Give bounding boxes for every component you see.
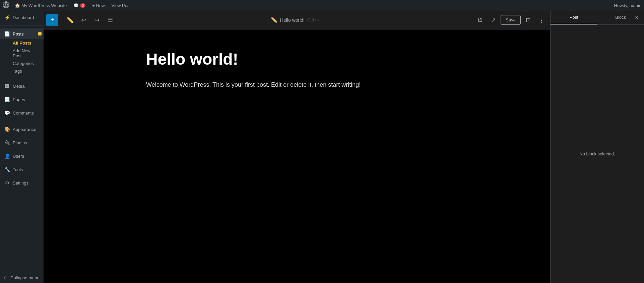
sidebar-item-pages[interactable]: 📃 Pages — [0, 94, 44, 105]
sidebar-section-plugins: 🔌 Plugins — [0, 136, 44, 149]
desktop-icon: 🖥 — [477, 16, 483, 23]
sidebar-section-media: 🖼 Media — [0, 79, 44, 93]
sidebar-divider-2 — [0, 78, 44, 78]
toolbar-center: ✏️ Hello world! Ctrl+K — [118, 17, 472, 23]
post-content-area: Hello world! Welcome to WordPress. This … — [146, 50, 448, 263]
tools-icon: 🔧 — [4, 167, 10, 172]
site-name-link[interactable]: 🏠 My WordPress Website — [12, 0, 69, 11]
sidebar-sub-all-posts[interactable]: All Posts — [0, 39, 44, 47]
toolbar-right: 🖥 ↗ Save ⊡ ⋮ — [474, 14, 548, 26]
sidebar-item-posts[interactable]: 📄 Posts — [0, 28, 44, 39]
admin-bar-right: Howdy, admin — [614, 3, 641, 8]
editor-toolbar: + ✏️ ↩ ↪ ☰ ✏️ Hello world! Ctrl+K — [44, 11, 550, 29]
sidebar-section-posts: 📄 Posts All Posts Add New Post Categorie… — [0, 27, 44, 76]
undo-button[interactable]: ↩ — [77, 14, 89, 26]
sidebar-divider-1 — [0, 25, 44, 26]
pages-icon: 📃 — [4, 97, 10, 102]
sidebar-item-appearance[interactable]: 🎨 Appearance — [0, 124, 44, 135]
comments-link[interactable]: 💬 0 — [71, 0, 88, 11]
plugins-icon: 🔌 — [4, 140, 10, 145]
view-button[interactable]: ↗ — [487, 14, 499, 26]
dashboard-icon: ⚡ — [4, 15, 10, 20]
pencil-icon: ✏️ — [66, 16, 74, 24]
settings-panel-button[interactable]: ⊡ — [522, 14, 534, 26]
sidebar-item-users[interactable]: 👤 Users — [0, 151, 44, 161]
howdy-text[interactable]: Howdy, admin — [614, 3, 641, 8]
no-block-message: No block selected. — [579, 151, 615, 156]
redo-button[interactable]: ↪ — [91, 14, 103, 26]
settings-panel-icon: ⊡ — [526, 16, 531, 24]
editor-area: + ✏️ ↩ ↪ ☰ ✏️ Hello world! Ctrl+K — [44, 11, 550, 283]
sidebar-item-media[interactable]: 🖼 Media — [0, 81, 44, 91]
admin-bar: 🏠 My WordPress Website 💬 0 + New View Po… — [0, 0, 644, 11]
list-view-button[interactable]: ☰ — [104, 14, 116, 26]
save-button[interactable]: Save — [501, 15, 521, 25]
sidebar-section-users: 👤 Users — [0, 149, 44, 163]
add-block-button[interactable]: + — [46, 14, 58, 26]
sidebar: ⚡ Dashboard 📄 Posts All Posts Add New Po… — [0, 11, 44, 283]
list-icon: ☰ — [108, 16, 113, 24]
collapse-menu-button[interactable]: ⊖ Collapse menu — [0, 273, 44, 283]
wordpress-logo[interactable] — [3, 1, 9, 10]
sidebar-divider-3 — [0, 121, 44, 121]
sidebar-sub-categories[interactable]: Categories — [0, 60, 44, 67]
post-title[interactable]: Hello world! — [146, 50, 448, 69]
sidebar-sub-add-new[interactable]: Add New Post — [0, 47, 44, 60]
posts-indicator — [38, 32, 42, 36]
settings-icon: ⚙ — [4, 180, 10, 186]
panel-close-button[interactable]: × — [632, 13, 641, 22]
title-edit-icon: ✏️ — [271, 17, 277, 23]
add-icon: + — [51, 16, 54, 23]
sidebar-divider-4 — [0, 191, 44, 191]
sidebar-section-tools: 🔧 Tools — [0, 163, 44, 176]
sidebar-item-dashboard[interactable]: ⚡ Dashboard — [0, 12, 44, 23]
media-icon: 🖼 — [4, 83, 10, 89]
sidebar-section-settings: ⚙ Settings — [0, 176, 44, 190]
main-layout: ⚡ Dashboard 📄 Posts All Posts Add New Po… — [0, 11, 644, 283]
sidebar-section-appearance: 🎨 Appearance — [0, 123, 44, 136]
more-icon: ⋮ — [538, 16, 544, 24]
editor-content[interactable]: Hello world! Welcome to WordPress. This … — [44, 29, 550, 283]
tab-post[interactable]: Post — [551, 11, 597, 24]
posts-icon: 📄 — [4, 31, 10, 37]
external-link-icon: ↗ — [491, 16, 496, 24]
toolbar-separator-1 — [61, 16, 61, 24]
panel-body: No block selected. — [551, 25, 644, 283]
sidebar-item-plugins[interactable]: 🔌 Plugins — [0, 137, 44, 148]
edit-mode-button[interactable]: ✏️ — [64, 14, 76, 26]
sidebar-item-comments[interactable]: 💬 Comments — [0, 108, 44, 118]
sidebar-item-settings[interactable]: ⚙ Settings — [0, 178, 44, 188]
sidebar-section-main: ⚡ Dashboard — [0, 11, 44, 24]
view-post-link[interactable]: View Post — [109, 0, 134, 11]
users-icon: 👤 — [4, 153, 10, 159]
panel-tabs: Post Block × — [551, 11, 644, 25]
undo-icon: ↩ — [81, 16, 86, 24]
new-link[interactable]: + New — [89, 0, 107, 11]
more-options-button[interactable]: ⋮ — [535, 14, 548, 26]
sidebar-section-comments: 💬 Comments — [0, 106, 44, 120]
post-title-toolbar[interactable]: Hello world! — [280, 17, 305, 23]
preview-desktop-button[interactable]: 🖥 — [474, 14, 486, 26]
right-panel: Post Block × No block selected. — [550, 11, 644, 283]
redo-icon: ↪ — [94, 16, 100, 24]
appearance-icon: 🎨 — [4, 127, 10, 132]
sidebar-sub-tags[interactable]: Tags — [0, 67, 44, 75]
collapse-icon: ⊖ — [4, 275, 8, 280]
post-body[interactable]: Welcome to WordPress. This is your first… — [146, 80, 448, 90]
comments-sidebar-icon: 💬 — [4, 110, 10, 116]
shortcut-label: Ctrl+K — [307, 17, 319, 22]
sidebar-section-pages: 📃 Pages — [0, 93, 44, 106]
sidebar-item-tools[interactable]: 🔧 Tools — [0, 164, 44, 175]
